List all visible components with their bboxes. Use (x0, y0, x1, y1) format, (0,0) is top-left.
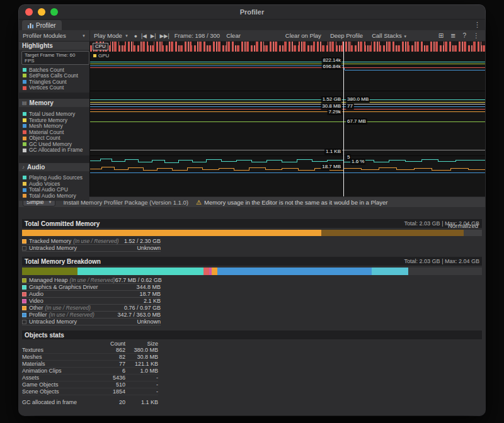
legend-row[interactable]: Untracked Memory Unknown (22, 245, 161, 252)
legend-label: Batches Count (29, 67, 64, 73)
module-separator (90, 91, 485, 91)
legend-color-chip (23, 68, 26, 72)
chart-value-marker: 18.7 MB (321, 164, 342, 170)
legend-row[interactable]: Other (In use / Reserved) 0.76 / 0.97 GB (22, 305, 161, 312)
legend-row[interactable]: Video 2.1 KB (22, 298, 161, 305)
legend-suffix: (In use / Reserved) (70, 277, 115, 283)
row-label: Game Objects (22, 381, 98, 388)
legend-row[interactable]: Audio 18.7 MB (22, 291, 161, 298)
legend-row[interactable]: Untracked Memory Unknown (22, 319, 161, 325)
clear-on-play-toggle[interactable]: Clear on Play (285, 32, 321, 39)
legend-row[interactable]: Managed Heap (In use / Reserved) 67.7 MB… (22, 277, 161, 284)
legend-item[interactable]: Triangles Count (19, 79, 89, 85)
row-size: 1.0 MB (125, 368, 158, 374)
legend-label: Video (29, 298, 43, 304)
play-mode-dropdown[interactable]: Play Mode ▼ (90, 30, 132, 41)
toolbar-toggles: Clear on Play Deep Profile Call Stacks ▼ (285, 32, 407, 39)
legend-color-chip (22, 292, 26, 296)
list-icon[interactable]: ≣ (450, 32, 455, 39)
minimize-button[interactable] (38, 8, 45, 16)
prev-frame-icon[interactable]: |◀ (139, 33, 149, 39)
call-stacks-dropdown[interactable]: Call Stacks ▼ (372, 32, 407, 39)
legend-color-chip (22, 313, 26, 317)
next-frame-icon[interactable]: ▶| (149, 33, 158, 39)
row-count: 6 (98, 368, 125, 374)
legend-row[interactable]: Graphics & Graphics Driver 344.8 MB (22, 284, 161, 291)
audio-module-icon: ♪ (22, 164, 25, 170)
legend-item[interactable]: Total Used Memory (19, 111, 89, 117)
committed-memory-bar[interactable] (22, 230, 482, 236)
profiler-chart-area[interactable]: CPU GPU (90, 42, 485, 196)
module-highlights-header[interactable]: Highlights (19, 42, 89, 50)
titlebar[interactable]: Profiler (19, 5, 485, 20)
chart-value-marker: 77 (346, 103, 354, 110)
legend-label: Object Count (29, 135, 60, 141)
gpu-row-label[interactable]: GPU (93, 53, 109, 59)
module-memory-header[interactable]: ▤ Memory (19, 99, 89, 107)
legend-item[interactable]: Object Count (19, 135, 89, 142)
pane-icon[interactable]: ⊞ (438, 32, 444, 39)
legend-item[interactable]: GC Allocated in Frame (19, 147, 89, 154)
help-icon[interactable]: ? (462, 32, 466, 39)
legend-row[interactable]: Tracked Memory (In use / Reserved) 1.52 … (22, 238, 161, 245)
memory-legend: Total Used Memory Texture Memory Mesh Me… (19, 107, 89, 155)
legend-label: Untracked Memory (29, 319, 77, 325)
legend-item[interactable]: Vertices Count (19, 85, 89, 91)
legend-label: Profiler (29, 312, 47, 318)
legend-item[interactable]: Mesh Memory (19, 123, 89, 130)
frame-playhead[interactable] (343, 42, 344, 196)
row-size: - (125, 388, 158, 395)
kebab-menu-icon[interactable]: ⋮ (473, 32, 479, 39)
legend-item[interactable]: SetPass Calls Count (19, 73, 89, 79)
module-title: Audio (27, 164, 45, 171)
memory-breakdown-legend: Managed Heap (In use / Reserved) 67.7 MB… (22, 277, 161, 325)
legend-item[interactable]: Playing Audio Sources (19, 175, 89, 181)
legend-item[interactable]: Total Audio CPU (19, 187, 89, 193)
table-header-row: Count Size (22, 341, 158, 347)
deep-profile-toggle[interactable]: Deep Profile (330, 32, 363, 39)
record-icon[interactable]: ● (132, 33, 139, 39)
highlights-legend: Batches Count SetPass Calls Count Triang… (19, 65, 89, 93)
call-stacks-label: Call Stacks (372, 32, 402, 39)
legend-label: SetPass Calls Count (29, 73, 78, 79)
tab-profiler[interactable]: Profiler (22, 20, 62, 30)
current-frame-icon[interactable]: ▶▶| (158, 33, 171, 39)
legend-value: 0.76 / 0.97 GB (124, 305, 161, 311)
legend-color-chip (22, 320, 26, 324)
module-memory[interactable]: ▤ Memory Total Used Memory Texture Memor… (19, 99, 89, 155)
legend-row[interactable]: Profiler (In use / Reserved) 342.7 / 363… (22, 312, 161, 319)
traffic-lights (25, 8, 58, 16)
audio-legend: Playing Audio Sources Audio Voices Total… (19, 171, 89, 201)
close-button[interactable] (25, 8, 33, 16)
clear-button[interactable]: Clear (223, 32, 244, 39)
module-highlights[interactable]: Highlights Target Frame Time: 60 FPS Bat… (19, 42, 89, 93)
module-audio[interactable]: ♪ Audio Playing Audio Sources Audio Voic… (19, 163, 89, 201)
legend-item[interactable]: GC Used Memory (19, 141, 89, 147)
legend-color-chip (23, 112, 26, 116)
module-audio-header[interactable]: ♪ Audio (19, 163, 89, 171)
chart-lines (90, 42, 485, 196)
profiler-modules-dropdown[interactable]: Profiler Modules ▼ (19, 30, 90, 41)
legend-item[interactable]: Batches Count (19, 67, 89, 73)
zoom-button[interactable] (50, 8, 58, 16)
legend-color-chip (23, 194, 26, 198)
legend-color-chip (23, 182, 26, 186)
chart-value-marker: 1.6 % (350, 159, 365, 165)
section-total: Total: 2.03 GB | Max: 2.04 GB (404, 258, 479, 264)
legend-item[interactable]: Material Count (19, 129, 89, 135)
normalized-toggle[interactable]: Normalized (448, 222, 478, 229)
legend-label: Triangles Count (29, 79, 67, 85)
bar-segment (217, 268, 372, 275)
table-row: Game Objects 510 - (22, 381, 158, 388)
legend-label: Untracked Memory (29, 245, 77, 251)
chart-value-marker: 1.52 GB (321, 96, 342, 103)
legend-item[interactable]: Total Audio Memory (19, 193, 89, 199)
cpu-row-label[interactable]: CPU (93, 43, 108, 50)
chart-value-marker: 67.7 MB (346, 118, 367, 125)
legend-item[interactable]: Audio Voices (19, 181, 89, 187)
tab-kebab-menu-icon[interactable]: ⋮ (474, 21, 481, 29)
table-row: Materials 77 121.1 KB (22, 361, 158, 368)
legend-item[interactable]: Texture Memory (19, 117, 89, 123)
legend-label: Playing Audio Sources (29, 175, 83, 181)
memory-breakdown-bar[interactable] (22, 268, 482, 275)
